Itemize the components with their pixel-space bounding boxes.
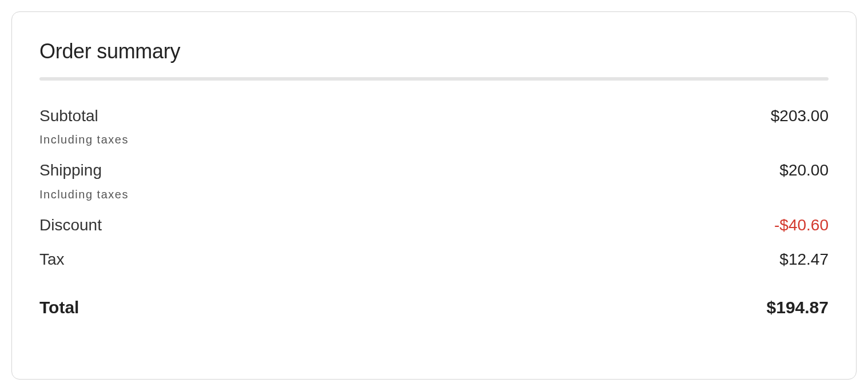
subtotal-label: Subtotal: [39, 106, 98, 126]
discount-value: -$40.60: [774, 215, 829, 236]
shipping-note: Including taxes: [39, 188, 829, 201]
subtotal-note: Including taxes: [39, 133, 829, 146]
tax-value: $12.47: [779, 249, 829, 270]
shipping-row: Shipping $20.00: [39, 160, 829, 181]
discount-row: Discount -$40.60: [39, 215, 829, 236]
tax-label: Tax: [39, 249, 65, 270]
shipping-label: Shipping: [39, 160, 102, 181]
divider: [39, 77, 829, 81]
shipping-value: $20.00: [779, 160, 829, 181]
subtotal-row: Subtotal $203.00: [39, 106, 829, 126]
total-value: $194.87: [767, 298, 829, 317]
discount-label: Discount: [39, 215, 102, 236]
total-label: Total: [39, 298, 79, 317]
order-summary-title: Order summary: [39, 39, 829, 63]
total-row: Total $194.87: [39, 298, 829, 317]
order-summary-card: Order summary Subtotal $203.00 Including…: [11, 11, 857, 380]
subtotal-value: $203.00: [771, 106, 829, 126]
tax-row: Tax $12.47: [39, 249, 829, 270]
